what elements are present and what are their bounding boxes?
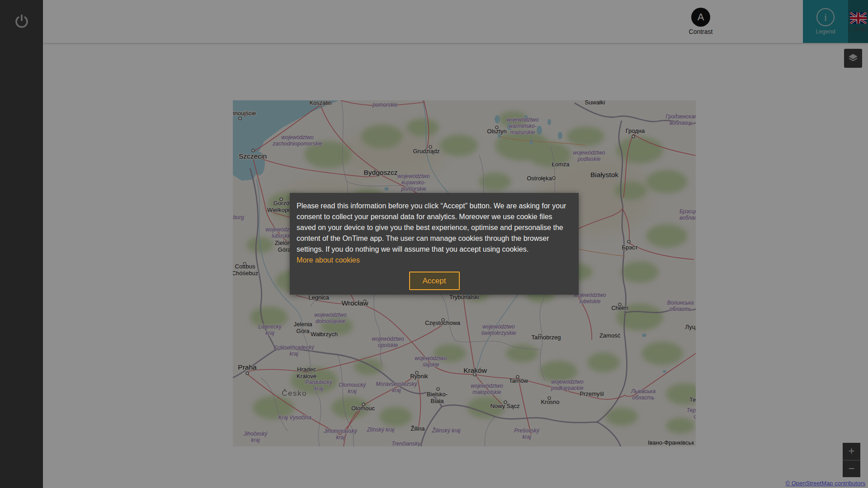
- accept-button[interactable]: Accept: [409, 272, 460, 290]
- cookie-message: Please read this information before you …: [297, 201, 571, 255]
- cookie-consent-dialog: Please read this information before you …: [290, 193, 579, 295]
- more-about-cookies-link[interactable]: More about cookies: [297, 255, 360, 266]
